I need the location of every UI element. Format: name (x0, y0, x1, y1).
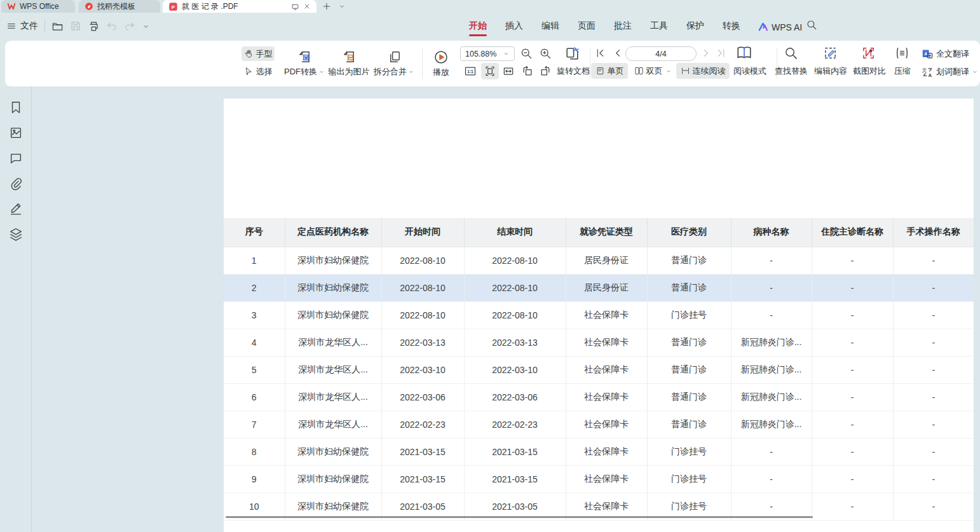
fit-width-button[interactable] (502, 65, 515, 78)
fit-page-button[interactable] (481, 63, 499, 79)
tab-list-dropdown[interactable] (336, 0, 348, 13)
full-text-translate-button[interactable]: 全文翻译 (922, 47, 969, 61)
read-mode-button[interactable]: 阅读模式 (731, 63, 769, 79)
print-icon[interactable] (88, 20, 100, 32)
zoom-out-button[interactable] (520, 47, 533, 60)
compress-label-button[interactable]: 压缩 (892, 65, 913, 77)
screenshot-compare-icon (861, 46, 876, 60)
thumbnail-icon[interactable] (9, 126, 23, 140)
actual-size-button[interactable] (464, 65, 477, 78)
file-menu-label: 文件 (20, 20, 38, 32)
read-mode-icon-button[interactable] (736, 44, 752, 61)
bookmark-icon[interactable] (9, 100, 23, 114)
rotate-left-button[interactable] (521, 65, 534, 78)
table-cell: 门诊挂号 (647, 465, 731, 493)
find-replace-label-button[interactable]: 查找替换 (772, 65, 810, 77)
signature-pen-icon[interactable] (9, 201, 23, 215)
table-cell: 7 (224, 411, 285, 438)
word-translate-label: 划词翻译 (936, 66, 969, 78)
table-cell: - (893, 301, 974, 329)
word-translate-button[interactable]: 划词翻译 (922, 65, 978, 79)
screenshot-compare-label-button[interactable]: 截图对比 (850, 65, 888, 77)
table-cell: 6 (224, 383, 285, 411)
table-cell: - (812, 274, 893, 301)
next-page-button[interactable] (700, 48, 711, 58)
split-merge-label: 拆分合并 (374, 66, 407, 78)
table-header-cell: 住院主诊断名称 (812, 218, 893, 247)
new-tab-button[interactable] (320, 0, 333, 13)
select-tool-button[interactable]: 选择 (242, 64, 275, 79)
menu-tab-edit[interactable]: 编辑 (541, 16, 559, 36)
table-cell: 2022-02-23 (464, 411, 566, 438)
table-cell: 2022-08-10 (381, 301, 464, 329)
medical-records-table: 序号定点医药机构名称开始时间结束时间就诊凭证类型医疗类别病种名称住院主诊断名称手… (224, 218, 974, 521)
last-page-button[interactable] (716, 48, 726, 58)
rotate-right-button[interactable] (539, 65, 552, 78)
menu-tab-tools[interactable]: 工具 (650, 16, 668, 36)
table-cell: - (812, 493, 893, 520)
table-cell: 普通门诊 (647, 274, 731, 301)
menu-tab-page[interactable]: 页面 (578, 16, 595, 36)
open-file-icon[interactable] (51, 20, 64, 32)
single-page-button[interactable]: 单页 (591, 63, 628, 79)
replace-pages-button[interactable] (564, 46, 580, 62)
menu-tab-insert[interactable]: 插入 (505, 16, 523, 36)
play-slideshow-button[interactable]: 播放 (426, 44, 456, 83)
wps-ai-button[interactable]: WPS AI (758, 20, 802, 32)
rotate-doc-button[interactable]: 旋转文档 (555, 65, 591, 77)
find-replace-button[interactable] (784, 46, 798, 60)
horizontal-scrollbar-thumb[interactable] (226, 516, 813, 518)
export-as-image-button[interactable]: 输出为图片 (321, 44, 377, 83)
table-cell: - (731, 465, 812, 493)
table-cell: 2021-03-15 (381, 465, 464, 493)
edit-content-button[interactable] (823, 46, 838, 60)
hand-tool-button[interactable]: 手型 (242, 46, 275, 61)
menu-tab-comment[interactable]: 批注 (614, 16, 632, 36)
compress-label: 压缩 (894, 65, 911, 77)
tab-split-screen-icon[interactable] (291, 3, 299, 11)
table-cell: 2022-03-10 (464, 356, 566, 383)
tab-label: 就 医 记 录 .PDF (182, 1, 238, 12)
menu-search-button[interactable] (806, 19, 817, 31)
tab-docer-templates[interactable]: 找稻壳模板 (79, 0, 160, 13)
swap-pages-icon (564, 46, 580, 62)
comment-icon[interactable] (9, 151, 23, 165)
table-cell: 普通门诊 (647, 383, 731, 411)
word-translate-icon (922, 66, 934, 78)
prev-page-button[interactable] (613, 48, 623, 58)
menu-tab-protect[interactable]: 保护 (686, 16, 704, 36)
compress-button[interactable] (895, 46, 909, 60)
undo-icon[interactable] (106, 20, 118, 32)
split-merge-button[interactable]: 拆分合并 (369, 44, 419, 83)
tab-medical-record-pdf[interactable]: 就 医 记 录 .PDF (163, 0, 316, 13)
zoom-level-select[interactable]: 105.88% (460, 46, 515, 61)
table-cell: 门诊挂号 (647, 301, 731, 329)
continuous-read-button[interactable]: 连续阅读 (676, 63, 730, 79)
page-number-input[interactable]: 4/4 (625, 46, 697, 61)
save-icon[interactable] (70, 20, 81, 32)
menu-tab-convert[interactable]: 转换 (723, 16, 740, 36)
layers-icon[interactable] (9, 227, 23, 241)
table-cell: 2022-08-10 (464, 247, 566, 274)
attachment-icon[interactable] (9, 177, 23, 191)
tab-close-icon[interactable] (303, 3, 311, 10)
select-tool-label: 选择 (256, 66, 273, 78)
last-page-icon (716, 48, 726, 58)
wps-logo-icon (7, 2, 16, 11)
redo-icon[interactable] (124, 20, 135, 32)
menu-tab-home[interactable]: 开始 (469, 16, 487, 36)
zoom-in-button[interactable] (539, 47, 552, 60)
tab-wps-office[interactable]: WPS Office (1, 0, 75, 13)
screenshot-compare-button[interactable] (861, 46, 876, 60)
chevron-down-icon[interactable] (142, 22, 150, 31)
table-cell: 社会保障卡 (566, 411, 647, 438)
table-header-cell: 病种名称 (731, 218, 812, 247)
table-cell: - (731, 301, 812, 329)
first-page-button[interactable] (595, 48, 606, 58)
table-cell: - (812, 356, 893, 383)
full-translate-label: 全文翻译 (936, 48, 969, 60)
edit-content-label-button[interactable]: 编辑内容 (812, 65, 850, 77)
double-page-button[interactable]: 双页 (632, 63, 674, 79)
pdf-file-icon (168, 2, 178, 11)
file-menu-button[interactable]: 文件 (6, 20, 38, 32)
